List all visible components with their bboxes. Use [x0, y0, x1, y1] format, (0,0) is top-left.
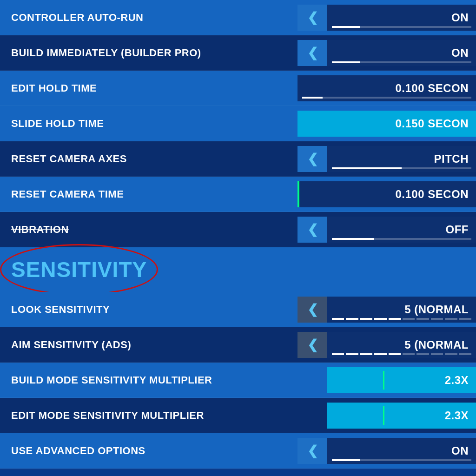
- build-mode-multiplier-control: 2.3x: [299, 367, 476, 393]
- controller-auto-run-bar-fill: [332, 26, 360, 28]
- edit-hold-time-row: EDIT HOLD TIME 0.100 Secon: [0, 71, 476, 106]
- look-sensitivity-control: ❮ 5 (NORMAL: [298, 297, 476, 323]
- aim-sensitivity-row: AIM SENSITIVITY (ADS) ❮ 5 (NORMAL: [0, 327, 476, 363]
- controller-auto-run-label: CONTROLLER AUTO-RUN: [0, 12, 298, 24]
- reset-camera-axes-arrow[interactable]: ❮: [298, 146, 327, 172]
- edit-mode-green-line: [383, 406, 384, 425]
- edit-mode-multiplier-row: EDIT MODE SENSITIVITY MULTIPLIER 2.3x: [0, 398, 476, 433]
- reset-camera-axes-value: PITCH: [434, 152, 469, 165]
- build-mode-green-line: [383, 371, 384, 390]
- build-immediately-row: BUILD IMMEDIATELY (BUILDER PRO) ❮ ON: [0, 35, 476, 71]
- edit-hold-time-label: EDIT HOLD TIME: [0, 82, 298, 94]
- edit-mode-multiplier-control: 2.3x: [299, 403, 476, 429]
- edit-hold-time-value: 0.100 Secon: [395, 82, 469, 95]
- build-mode-multiplier-value: 2.3x: [445, 374, 469, 387]
- edit-mode-multiplier-label: EDIT MODE SENSITIVITY MULTIPLIER: [0, 410, 299, 422]
- reset-camera-time-value: 0.100 Secon: [395, 188, 469, 201]
- controller-auto-run-value-display: ON: [327, 5, 476, 31]
- edit-mode-multiplier-display[interactable]: 2.3x: [327, 403, 476, 429]
- left-arrow-icon: ❮: [307, 152, 318, 165]
- reset-camera-time-control: 0.100 Secon: [298, 181, 476, 207]
- use-advanced-options-control: ❮ ON: [298, 438, 476, 464]
- aim-sensitivity-arrow[interactable]: ❮: [298, 332, 327, 358]
- use-advanced-options-value-display: ON: [327, 438, 476, 464]
- use-advanced-options-value: ON: [451, 444, 469, 457]
- slide-hold-time-row: SLIDE HOLD TIME 0.150 Secon: [0, 106, 476, 141]
- vibration-bar-fill: [332, 238, 374, 240]
- slide-hold-time-control: 0.150 Secon: [298, 111, 476, 137]
- left-arrow-icon: ❮: [307, 11, 318, 24]
- vibration-value: OFF: [446, 223, 469, 236]
- build-immediately-value: ON: [451, 46, 469, 60]
- controller-auto-run-control: ❮ ON: [298, 5, 476, 31]
- reset-camera-axes-label: RESET CAMERA AXES: [0, 153, 298, 165]
- use-advanced-options-label: USE ADVANCED OPTIONS: [0, 445, 298, 457]
- settings-container: CONTROLLER AUTO-RUN ❮ ON BUILD IMMEDIATE…: [0, 0, 476, 476]
- use-advanced-options-row: USE ADVANCED OPTIONS ❮ ON: [0, 433, 476, 469]
- reset-camera-time-label: RESET CAMERA TIME: [0, 188, 298, 200]
- vibration-arrow[interactable]: ❮: [298, 217, 327, 243]
- reset-camera-axes-row: RESET CAMERA AXES ❮ PITCH: [0, 141, 476, 177]
- aim-sensitivity-label: AIM SENSITIVITY (ADS): [0, 339, 298, 351]
- build-mode-multiplier-display[interactable]: 2.3x: [327, 367, 476, 393]
- use-advanced-options-bar-fill: [332, 459, 360, 461]
- reset-camera-axes-value-display: PITCH: [327, 146, 476, 172]
- controller-auto-run-bar: [332, 26, 471, 28]
- edit-mode-multiplier-value: 2.3x: [445, 409, 469, 422]
- edit-hold-time-value-display: 0.100 Secon: [298, 75, 476, 101]
- edit-hold-time-bar-fill: [302, 97, 323, 99]
- reset-camera-axes-bar-fill: [332, 167, 402, 169]
- build-immediately-bar: [332, 61, 471, 63]
- vibration-label: VIBRATION: [0, 224, 298, 236]
- vibration-bar: [332, 238, 471, 240]
- reset-camera-axes-bar: [332, 167, 471, 169]
- aim-sensitivity-value: 5 (NORMAL: [404, 338, 469, 351]
- build-immediately-value-display: ON: [327, 40, 476, 66]
- vibration-value-display: OFF: [327, 217, 476, 243]
- slide-hold-time-value: 0.150 Secon: [395, 117, 469, 130]
- slide-hold-time-label: SLIDE HOLD TIME: [0, 118, 298, 130]
- build-immediately-arrow[interactable]: ❮: [298, 40, 327, 66]
- look-sensitivity-value-display: 5 (NORMAL: [327, 297, 476, 323]
- vibration-row: VIBRATION ❮ OFF: [0, 212, 476, 247]
- controller-auto-run-arrow[interactable]: ❮: [298, 5, 327, 31]
- build-immediately-label: BUILD IMMEDIATELY (BUILDER PRO): [0, 47, 298, 59]
- aim-sensitivity-dashed-bar: [332, 353, 471, 355]
- use-advanced-options-arrow[interactable]: ❮: [298, 438, 327, 464]
- build-immediately-control: ❮ ON: [298, 40, 476, 66]
- left-arrow-icon: ❮: [307, 338, 318, 351]
- sensitivity-title: SENSITIVITY: [11, 257, 147, 282]
- slide-hold-time-value-display: 0.150 Secon: [298, 111, 476, 137]
- controller-auto-run-value: ON: [451, 11, 469, 24]
- sensitivity-section-header: SENSITIVITY: [0, 247, 476, 292]
- build-immediately-bar-fill: [332, 61, 360, 63]
- controller-auto-run-row: CONTROLLER AUTO-RUN ❮ ON: [0, 0, 476, 35]
- left-arrow-icon: ❮: [307, 46, 318, 60]
- use-advanced-options-bar: [332, 459, 471, 461]
- build-mode-multiplier-label: BUILD MODE SENSITIVITY MULTIPLIER: [0, 374, 299, 386]
- left-arrow-icon: ❮: [307, 444, 318, 457]
- look-sensitivity-label: LOOK SENSITIVITY: [0, 304, 298, 316]
- vibration-control: ❮ OFF: [298, 217, 476, 243]
- edit-hold-time-bar: [302, 97, 471, 99]
- reset-camera-time-row: RESET CAMERA TIME 0.100 Secon: [0, 177, 476, 212]
- look-sensitivity-row: LOOK SENSITIVITY ❮ 5 (NORMAL: [0, 292, 476, 327]
- left-arrow-icon: ❮: [307, 303, 318, 316]
- build-mode-multiplier-row: BUILD MODE SENSITIVITY MULTIPLIER 2.3x: [0, 363, 476, 398]
- reset-camera-time-value-display: 0.100 Secon: [298, 181, 476, 207]
- edit-hold-time-control: 0.100 Secon: [298, 75, 476, 101]
- aim-sensitivity-control: ❮ 5 (NORMAL: [298, 332, 476, 358]
- left-arrow-icon: ❮: [307, 223, 318, 236]
- look-sensitivity-dashed-bar: [332, 318, 471, 320]
- look-sensitivity-arrow[interactable]: ❮: [298, 297, 327, 323]
- aim-sensitivity-value-display: 5 (NORMAL: [327, 332, 476, 358]
- reset-camera-axes-control: ❮ PITCH: [298, 146, 476, 172]
- look-sensitivity-value: 5 (NORMAL: [404, 303, 469, 316]
